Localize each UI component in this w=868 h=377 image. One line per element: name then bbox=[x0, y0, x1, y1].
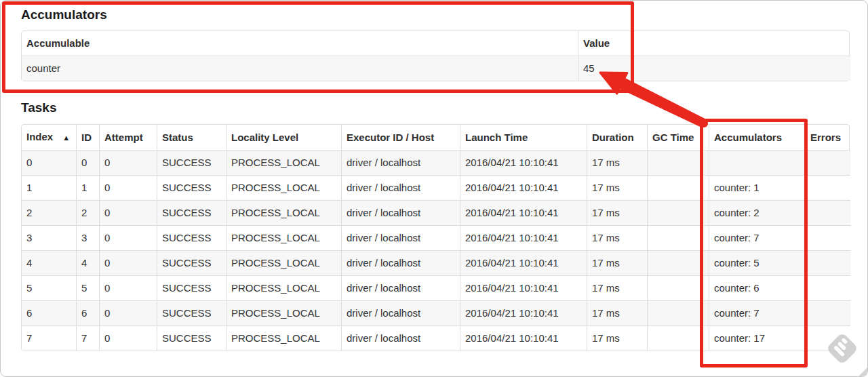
task-attempt-cell: 0 bbox=[99, 250, 157, 275]
column-header-id[interactable]: ID bbox=[76, 125, 99, 150]
task-accumulators-cell: counter: 17 bbox=[709, 325, 805, 351]
task-row: 1 1 0 SUCCESS PROCESS_LOCAL driver / loc… bbox=[22, 175, 850, 200]
task-executor-cell: driver / localhost bbox=[341, 175, 460, 200]
task-locality-cell: PROCESS_LOCAL bbox=[226, 200, 341, 225]
task-gc-time-cell bbox=[647, 275, 709, 300]
task-launch-time-cell: 2016/04/21 10:10:41 bbox=[460, 150, 587, 175]
task-errors-cell bbox=[805, 275, 850, 300]
column-header-accumulable[interactable]: Accumulable bbox=[22, 31, 578, 56]
column-header-attempt[interactable]: Attempt bbox=[99, 125, 157, 150]
task-id-cell: 3 bbox=[76, 225, 99, 250]
task-accumulators-cell: counter: 7 bbox=[709, 300, 805, 325]
task-row: 5 5 0 SUCCESS PROCESS_LOCAL driver / loc… bbox=[22, 275, 850, 300]
tasks-header-row: Index▲ ID Attempt Status Locality Level … bbox=[22, 125, 850, 150]
task-executor-cell: driver / localhost bbox=[341, 300, 460, 325]
task-id-cell: 4 bbox=[76, 250, 99, 275]
table-row: counter 45 bbox=[22, 56, 850, 81]
column-header-value[interactable]: Value bbox=[578, 31, 850, 56]
task-launch-time-cell: 2016/04/21 10:10:41 bbox=[460, 275, 587, 300]
task-id-cell: 6 bbox=[76, 300, 99, 325]
task-status-cell: SUCCESS bbox=[157, 175, 226, 200]
corner-curl-icon bbox=[857, 366, 868, 377]
task-duration-cell: 17 ms bbox=[587, 275, 647, 300]
task-id-cell: 5 bbox=[76, 275, 99, 300]
task-id-cell: 2 bbox=[76, 200, 99, 225]
page-content: Accumulators Accumulable Value counter 4… bbox=[21, 6, 850, 351]
task-duration-cell: 17 ms bbox=[587, 300, 647, 325]
task-gc-time-cell bbox=[647, 150, 709, 175]
index-header-label: Index bbox=[26, 131, 53, 142]
task-index-cell: 6 bbox=[22, 300, 76, 325]
task-id-cell: 7 bbox=[76, 325, 99, 351]
task-duration-cell: 17 ms bbox=[587, 175, 647, 200]
accumulators-header-row: Accumulable Value bbox=[22, 31, 850, 56]
task-locality-cell: PROCESS_LOCAL bbox=[226, 325, 341, 351]
task-accumulators-cell: counter: 6 bbox=[709, 275, 805, 300]
task-executor-cell: driver / localhost bbox=[341, 225, 460, 250]
task-index-cell: 4 bbox=[22, 250, 76, 275]
task-id-cell: 1 bbox=[76, 175, 99, 200]
column-header-launch-time[interactable]: Launch Time bbox=[460, 125, 587, 150]
accumulable-name-cell: counter bbox=[22, 56, 578, 81]
column-header-status[interactable]: Status bbox=[157, 125, 226, 150]
task-launch-time-cell: 2016/04/21 10:10:41 bbox=[460, 225, 587, 250]
task-accumulators-cell: counter: 5 bbox=[709, 250, 805, 275]
task-executor-cell: driver / localhost bbox=[341, 325, 460, 351]
task-row: 6 6 0 SUCCESS PROCESS_LOCAL driver / loc… bbox=[22, 300, 850, 325]
task-index-cell: 0 bbox=[22, 150, 76, 175]
task-launch-time-cell: 2016/04/21 10:10:41 bbox=[460, 175, 587, 200]
task-locality-cell: PROCESS_LOCAL bbox=[226, 225, 341, 250]
task-row: 7 7 0 SUCCESS PROCESS_LOCAL driver / loc… bbox=[22, 325, 850, 351]
accumulable-value-cell: 45 bbox=[578, 56, 850, 81]
column-header-gc-time[interactable]: GC Time bbox=[647, 125, 709, 150]
task-locality-cell: PROCESS_LOCAL bbox=[226, 300, 341, 325]
task-errors-cell bbox=[805, 300, 850, 325]
accumulators-table: Accumulable Value counter 45 bbox=[21, 31, 850, 81]
task-errors-cell bbox=[805, 250, 850, 275]
task-locality-cell: PROCESS_LOCAL bbox=[226, 150, 341, 175]
task-row: 2 2 0 SUCCESS PROCESS_LOCAL driver / loc… bbox=[22, 200, 850, 225]
task-status-cell: SUCCESS bbox=[157, 300, 226, 325]
task-index-cell: 3 bbox=[22, 225, 76, 250]
task-gc-time-cell bbox=[647, 200, 709, 225]
task-status-cell: SUCCESS bbox=[157, 225, 226, 250]
task-row: 4 4 0 SUCCESS PROCESS_LOCAL driver / loc… bbox=[22, 250, 850, 275]
task-launch-time-cell: 2016/04/21 10:10:41 bbox=[460, 250, 587, 275]
task-gc-time-cell bbox=[647, 325, 709, 351]
task-status-cell: SUCCESS bbox=[157, 325, 226, 351]
task-gc-time-cell bbox=[647, 225, 709, 250]
task-launch-time-cell: 2016/04/21 10:10:41 bbox=[460, 325, 587, 351]
task-attempt-cell: 0 bbox=[99, 300, 157, 325]
task-index-cell: 2 bbox=[22, 200, 76, 225]
task-accumulators-cell: counter: 1 bbox=[709, 175, 805, 200]
task-executor-cell: driver / localhost bbox=[341, 200, 460, 225]
column-header-accumulators[interactable]: Accumulators bbox=[709, 125, 805, 150]
column-header-index[interactable]: Index▲ bbox=[22, 125, 76, 150]
task-duration-cell: 17 ms bbox=[587, 250, 647, 275]
task-gc-time-cell bbox=[647, 250, 709, 275]
task-errors-cell bbox=[805, 150, 850, 175]
sort-ascending-icon: ▲ bbox=[62, 134, 70, 142]
task-index-cell: 7 bbox=[22, 325, 76, 351]
task-duration-cell: 17 ms bbox=[587, 325, 647, 351]
task-attempt-cell: 0 bbox=[99, 150, 157, 175]
task-row: 0 0 0 SUCCESS PROCESS_LOCAL driver / loc… bbox=[22, 150, 850, 175]
task-accumulators-cell bbox=[709, 150, 805, 175]
column-header-executor-id-host[interactable]: Executor ID / Host bbox=[341, 125, 460, 150]
task-executor-cell: driver / localhost bbox=[341, 150, 460, 175]
task-attempt-cell: 0 bbox=[99, 175, 157, 200]
accumulators-section-title: Accumulators bbox=[21, 7, 850, 22]
column-header-errors[interactable]: Errors bbox=[805, 125, 850, 150]
task-errors-cell bbox=[805, 325, 850, 351]
task-locality-cell: PROCESS_LOCAL bbox=[226, 250, 341, 275]
task-status-cell: SUCCESS bbox=[157, 250, 226, 275]
column-header-duration[interactable]: Duration bbox=[587, 125, 647, 150]
task-row: 3 3 0 SUCCESS PROCESS_LOCAL driver / loc… bbox=[22, 225, 850, 250]
task-index-cell: 5 bbox=[22, 275, 76, 300]
column-header-locality-level[interactable]: Locality Level bbox=[226, 125, 341, 150]
task-errors-cell bbox=[805, 200, 850, 225]
task-attempt-cell: 0 bbox=[99, 225, 157, 250]
tasks-table: Index▲ ID Attempt Status Locality Level … bbox=[21, 124, 850, 351]
task-executor-cell: driver / localhost bbox=[341, 275, 460, 300]
task-gc-time-cell bbox=[647, 175, 709, 200]
